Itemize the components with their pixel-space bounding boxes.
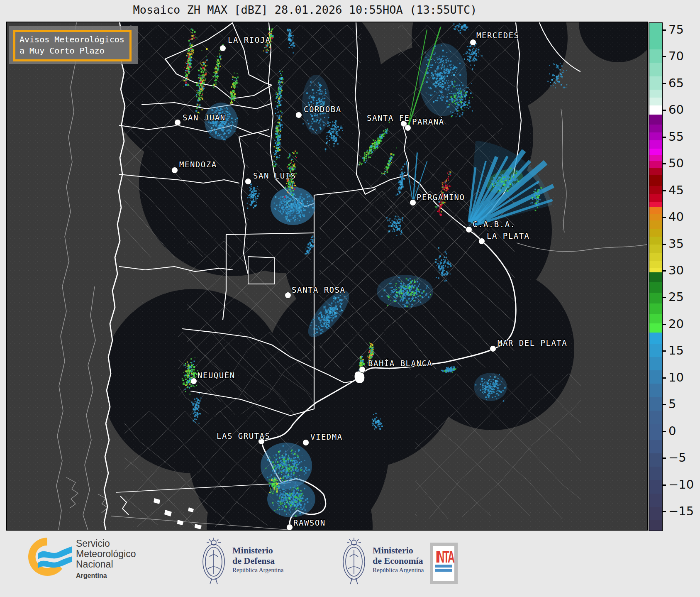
city-dot — [303, 440, 309, 446]
city-dot — [220, 45, 226, 51]
city-dot — [479, 238, 485, 245]
colorbar-segment — [649, 268, 662, 272]
colorbar-segment — [649, 440, 662, 453]
economia-line1: Ministerio — [373, 545, 424, 555]
colorbar-segment — [649, 175, 662, 186]
city-label: VIEDMA — [310, 432, 343, 441]
colorbar-segment — [649, 214, 662, 221]
colorbar-segment — [649, 282, 662, 293]
smn-line4: Argentina — [76, 570, 136, 581]
colorbar-segment — [649, 272, 662, 282]
colorbar-tick — [662, 431, 666, 432]
colorbar-segment — [649, 253, 662, 261]
colorbar-tick — [662, 217, 666, 218]
smn-logo-icon — [26, 537, 76, 578]
colorbar-segment — [649, 105, 662, 115]
colorbar-segment — [649, 194, 662, 202]
defensa-line1: Ministerio — [232, 545, 283, 555]
colorbar-tick-label: 65 — [668, 77, 684, 89]
colorbar-segment — [649, 424, 662, 440]
colorbar-segment — [649, 207, 662, 213]
colorbar-tick-label: 10 — [668, 372, 684, 384]
city-dot — [287, 524, 293, 530]
city-label: LA PLATA — [487, 231, 530, 240]
city-dot — [285, 292, 291, 298]
radar-map-canvas: LA RIOJAMERCEDESSAN JUANCÓRDOBASANTA FEP… — [7, 22, 647, 530]
colorbar-tick — [662, 83, 666, 84]
colorbar-tick — [662, 350, 666, 352]
colorbar-scale: 757065605550454035302520151050−5−10−15 — [662, 22, 699, 531]
colorbar-segment — [649, 168, 662, 175]
colorbar-segment — [649, 333, 662, 344]
warning-box-line2: a Muy Corto Plazo — [20, 45, 124, 56]
city-dot — [490, 346, 496, 352]
city-dot — [296, 112, 302, 118]
colorbar-segment — [649, 63, 662, 76]
colorbar-segment — [649, 384, 662, 397]
inta-label: INTA — [436, 548, 454, 567]
colorbar-segment — [649, 261, 662, 268]
city-label: PARANÁ — [412, 117, 444, 126]
colorbar-segment — [649, 98, 662, 105]
colorbar-tick-label: 70 — [668, 50, 684, 62]
city-label: NEUQUÉN — [198, 371, 235, 380]
colorbar-segment — [649, 140, 662, 148]
colorbar-segment — [649, 132, 662, 140]
city-dot — [359, 367, 366, 373]
colorbar-tick-label: 40 — [668, 211, 684, 223]
colorbar-tick — [662, 56, 666, 57]
smn-line1: Servicio — [76, 538, 136, 549]
colorbar-tick-label: −15 — [668, 505, 694, 517]
colorbar-segment — [649, 125, 662, 132]
colorbar-tick — [662, 377, 666, 379]
footer: Servicio Meteorológico Nacional Argentin… — [0, 531, 700, 597]
city-label: CÓRDOBA — [304, 104, 341, 114]
colorbar-tick — [662, 190, 666, 191]
colorbar-segment — [649, 293, 662, 303]
smn-line3: Nacional — [76, 559, 136, 570]
colorbar-segment — [649, 245, 662, 252]
colorbar-segment — [649, 202, 662, 207]
warning-box-line1: Avisos Meteorológicos — [20, 34, 124, 45]
city-label: MENDOZA — [179, 160, 217, 169]
echo-patch — [377, 275, 433, 308]
city-dot — [172, 167, 178, 174]
colorbar-tick-label: 45 — [668, 184, 684, 196]
colorbar-segment — [649, 76, 662, 90]
colorbar-segment — [649, 397, 662, 411]
colorbar-tick-label: 75 — [668, 24, 684, 36]
colorbar-segment — [649, 237, 662, 245]
city-label: RAWSON — [293, 518, 326, 527]
city-dot — [410, 200, 416, 206]
colorbar-segment — [649, 370, 662, 384]
colorbar-segment — [649, 23, 662, 49]
city-label: SAN LUIS — [253, 171, 296, 180]
colorbar-tick — [662, 163, 666, 164]
radar-mosaic-page: Mosaico ZH MAX [dBZ] 28.01.2026 10:55HOA… — [0, 0, 700, 597]
page-title: Mosaico ZH MAX [dBZ] 28.01.2026 10:55HOA… — [6, 3, 604, 16]
colorbar-segment — [649, 90, 662, 98]
city-dot — [245, 179, 251, 185]
colorbar-tick-label: −10 — [668, 479, 694, 491]
colorbar-tick-label: 0 — [668, 425, 676, 437]
colorbar-tick-label: 15 — [668, 345, 684, 357]
colorbar-segment — [649, 229, 662, 237]
city-dot — [470, 39, 476, 46]
colorbar-tick — [662, 270, 666, 272]
colorbar-segment — [649, 453, 662, 467]
colorbar-segment — [649, 303, 662, 314]
colorbar-tick — [662, 244, 666, 245]
colorbar-segment — [649, 314, 662, 323]
colorbar-tick — [662, 458, 666, 459]
economia-line2: de Economía — [373, 555, 424, 566]
warning-box[interactable]: Avisos Meteorológicos a Muy Corto Plazo — [13, 30, 132, 61]
city-label: C.A.B.A. — [473, 220, 516, 229]
city-dot — [191, 378, 197, 384]
colorbar-segment — [649, 49, 662, 63]
colorbar-tick-label: 20 — [668, 318, 684, 330]
colorbar-segment — [649, 494, 662, 507]
city-label: LAS GRUTAS — [217, 431, 270, 440]
defensa-line3: República Argentina — [232, 566, 283, 574]
colorbar-tick — [662, 110, 666, 111]
colorbar-tick-label: 60 — [668, 104, 684, 116]
